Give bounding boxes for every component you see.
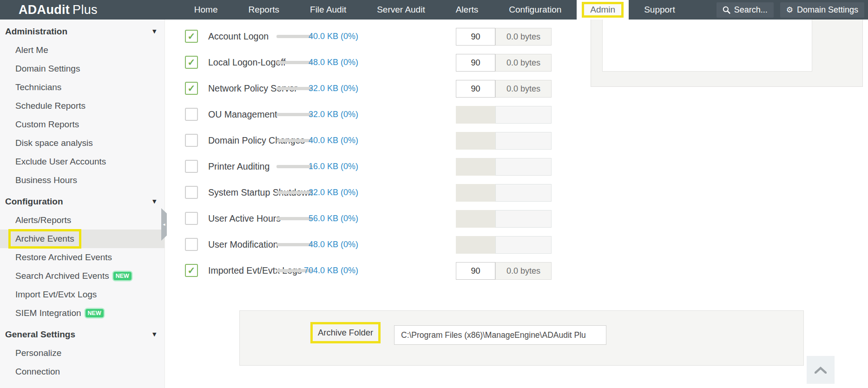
sidebar-item-personalize[interactable]: Personalize xyxy=(0,344,164,362)
category-label: Printer Auditing xyxy=(208,161,270,172)
archived-size-field xyxy=(495,184,552,202)
nav-item-file-audit[interactable]: File Audit xyxy=(295,0,362,20)
archive-category-row: OU Management32.0 KB (0%) xyxy=(174,101,569,127)
scroll-to-top-button[interactable] xyxy=(807,356,835,384)
sidebar-item-label: Alerts/Reports xyxy=(15,215,71,225)
category-checkbox[interactable]: ✓ xyxy=(185,56,198,69)
archive-category-row: ✓Account Logon40.0 KB (0%)900.0 bytes xyxy=(174,23,569,49)
app-logo-light: Plus xyxy=(72,3,98,17)
nav-item-alerts[interactable]: Alerts xyxy=(441,0,494,20)
category-checkbox[interactable] xyxy=(185,238,198,251)
category-checkbox[interactable] xyxy=(185,108,198,121)
sidebar-item-restore-archived-events[interactable]: Restore Archived Events xyxy=(0,248,164,267)
sidebar-item-disk-space-analysis[interactable]: Disk space analysis xyxy=(0,134,164,152)
app-logo: ADAuditPlus xyxy=(19,3,98,17)
retention-days-input xyxy=(456,132,495,150)
sidebar-item-import-evt-evtx-logs[interactable]: Import Evt/Evtx Logs xyxy=(0,285,164,304)
category-size-value: 704.0 KB (0%) xyxy=(299,266,358,276)
search-button[interactable]: Search... xyxy=(717,2,774,18)
nav-item-server-audit[interactable]: Server Audit xyxy=(362,0,441,20)
sidebar-section-administration[interactable]: Administration▾ xyxy=(0,20,164,41)
sidebar-item-label: Domain Settings xyxy=(15,64,80,74)
archive-folder-input[interactable]: C:\Program Files (x86)\ManageEngine\ADAu… xyxy=(394,325,606,345)
category-checkbox[interactable]: ✓ xyxy=(185,30,198,43)
sidebar-item-label: Restore Archived Events xyxy=(15,252,112,263)
category-size-value: 56.0 KB (0%) xyxy=(299,214,358,224)
archived-size-field xyxy=(495,158,552,176)
category-checkbox[interactable]: ✓ xyxy=(185,264,198,277)
chevron-down-icon: ▾ xyxy=(152,330,156,338)
archive-folder-label highlight-annotation: Archive Folder xyxy=(310,322,381,343)
category-checkbox[interactable] xyxy=(185,186,198,199)
nav-item-admin[interactable]: Admin xyxy=(577,0,629,20)
sidebar-item-business-hours[interactable]: Business Hours xyxy=(0,171,164,190)
domain-settings-label: Domain Settings xyxy=(797,5,858,15)
category-checkbox[interactable] xyxy=(185,160,198,173)
archive-category-list: ✓Account Logon40.0 KB (0%)900.0 bytes✓Lo… xyxy=(174,20,569,298)
category-size-value: 32.0 KB (0%) xyxy=(299,84,358,93)
sidebar-item-label: Business Hours xyxy=(15,175,77,185)
retention-days-input xyxy=(456,210,495,228)
archive-category-row: ✓Imported Evt/Evtx Logs704.0 KB (0%)900.… xyxy=(174,257,569,283)
sidebar-item-domain-settings[interactable]: Domain Settings xyxy=(0,59,164,78)
archived-size-field: 0.0 bytes xyxy=(495,262,552,280)
archived-size-field xyxy=(495,236,552,254)
nav-item-support[interactable]: Support xyxy=(629,0,690,20)
category-label: OU Management xyxy=(208,109,277,120)
sidebar-item-siem-integration[interactable]: SIEM IntegrationNEW xyxy=(0,304,164,322)
sidebar-item-exclude-user-accounts[interactable]: Exclude User Accounts xyxy=(0,152,164,171)
category-size-value: 48.0 KB (0%) xyxy=(299,58,358,67)
sidebar-item-schedule-reports[interactable]: Schedule Reports xyxy=(0,97,164,115)
archived-size-field: 0.0 bytes xyxy=(495,80,552,98)
sidebar-item-label: Technicians xyxy=(15,82,61,92)
sidebar-item-archive-events[interactable]: Archive Events xyxy=(0,230,164,248)
archive-category-row: ✓Network Policy Server32.0 KB (0%)900.0 … xyxy=(174,75,569,101)
sidebar-item-search-archived-events[interactable]: Search Archived EventsNEW xyxy=(0,267,164,285)
sidebar-item-connection[interactable]: Connection xyxy=(0,362,164,381)
gear-icon: ⚙ xyxy=(786,6,793,14)
archived-size-field: 0.0 bytes xyxy=(495,54,552,72)
nav-item-home[interactable]: Home xyxy=(179,0,233,20)
retention-days-input xyxy=(456,106,495,124)
category-checkbox[interactable]: ✓ xyxy=(185,82,198,95)
nav-item-reports[interactable]: Reports xyxy=(233,0,295,20)
category-label: Local Logon-Logoff xyxy=(208,57,286,68)
retention-days-input[interactable]: 90 xyxy=(456,28,495,46)
sidebar-item-technicians[interactable]: Technicians xyxy=(0,78,164,97)
nav-item-configuration[interactable]: Configuration xyxy=(493,0,577,20)
highlight-annotation: Admin xyxy=(582,2,624,18)
highlight-annotation: Archive Events xyxy=(8,229,81,249)
sidebar-item-custom-reports[interactable]: Custom Reports xyxy=(0,115,164,134)
sidebar-item-label: Connection xyxy=(15,367,60,377)
sidebar-collapse-handle[interactable]: ◂ xyxy=(161,208,167,241)
archived-size-field xyxy=(495,132,552,150)
domain-settings-button[interactable]: ⚙ Domain Settings xyxy=(780,2,864,18)
sidebar-section-general-settings[interactable]: General Settings▾ xyxy=(0,322,164,344)
top-navigation-bar: ADAuditPlus HomeReportsFile AuditServer … xyxy=(0,0,868,20)
archive-category-row: ✓Local Logon-Logoff48.0 KB (0%)900.0 byt… xyxy=(174,49,569,75)
category-checkbox[interactable] xyxy=(185,134,198,147)
nav-right-controls: Search... ⚙ Domain Settings xyxy=(717,2,864,18)
sidebar-item-label: Disk space analysis xyxy=(15,138,93,148)
new-badge: NEW xyxy=(113,272,132,280)
retention-days-input xyxy=(456,158,495,176)
chevron-down-icon: ▾ xyxy=(152,197,156,205)
archived-size-field xyxy=(495,106,552,124)
category-size-value: 48.0 KB (0%) xyxy=(299,240,358,250)
archive-category-row: Printer Auditing16.0 KB (0%) xyxy=(174,153,569,179)
archive-category-row: User Modification48.0 KB (0%) xyxy=(174,231,569,257)
sidebar-section-configuration[interactable]: Configuration▾ xyxy=(0,190,164,211)
sidebar-item-label: Schedule Reports xyxy=(15,101,85,111)
archived-size-field xyxy=(495,210,552,228)
sidebar-item-label: Personalize xyxy=(15,348,61,358)
archive-folder-panel: Archive Folder C:\Program Files (x86)\Ma… xyxy=(239,310,804,366)
retention-days-input[interactable]: 90 xyxy=(456,54,495,72)
category-size-value: 40.0 KB (0%) xyxy=(299,32,358,41)
retention-days-input[interactable]: 90 xyxy=(456,80,495,98)
sidebar-item-alerts-reports[interactable]: Alerts/Reports xyxy=(0,211,164,230)
sidebar-item-alert-me[interactable]: Alert Me xyxy=(0,41,164,59)
category-checkbox[interactable] xyxy=(185,212,198,225)
retention-days-input[interactable]: 90 xyxy=(456,262,495,280)
retention-days-input xyxy=(456,184,495,202)
sidebar-item-label: Alert Me xyxy=(15,45,48,55)
